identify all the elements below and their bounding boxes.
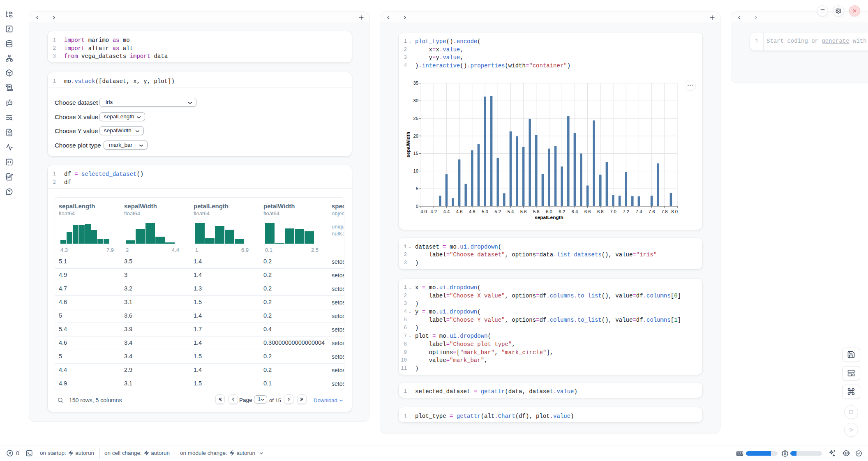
svg-text:sepalWidth: sepalWidth xyxy=(405,132,411,158)
svg-text:4.8: 4.8 xyxy=(469,209,476,214)
svg-text:5: 5 xyxy=(416,186,418,191)
svg-text:5.4: 5.4 xyxy=(508,209,514,214)
svg-text:7.8: 7.8 xyxy=(661,209,668,214)
svg-text:35: 35 xyxy=(413,81,418,85)
svg-text:0: 0 xyxy=(416,204,418,209)
svg-text:25: 25 xyxy=(413,116,418,121)
svg-text:4.2: 4.2 xyxy=(430,209,437,214)
svg-text:7.4: 7.4 xyxy=(636,209,642,214)
svg-text:5.6: 5.6 xyxy=(520,209,527,214)
svg-text:4.0: 4.0 xyxy=(420,209,427,214)
svg-text:4.6: 4.6 xyxy=(456,209,463,214)
svg-text:10: 10 xyxy=(413,168,418,173)
svg-text:6.8: 6.8 xyxy=(597,209,604,214)
svg-text:7.0: 7.0 xyxy=(610,209,616,214)
svg-text:15: 15 xyxy=(413,151,418,156)
svg-text:6.0: 6.0 xyxy=(546,209,552,214)
svg-text:6.2: 6.2 xyxy=(559,209,565,214)
svg-text:7.6: 7.6 xyxy=(649,209,655,214)
svg-text:5.0: 5.0 xyxy=(482,209,488,214)
svg-text:20: 20 xyxy=(413,134,418,138)
svg-text:8.0: 8.0 xyxy=(671,209,678,214)
svg-text:30: 30 xyxy=(413,98,418,103)
svg-text:sepalLength: sepalLength xyxy=(535,214,563,220)
svg-text:6.6: 6.6 xyxy=(584,209,591,214)
svg-text:5.8: 5.8 xyxy=(533,209,540,214)
svg-text:7.2: 7.2 xyxy=(623,209,629,214)
svg-text:5.2: 5.2 xyxy=(494,209,501,214)
svg-text:6.4: 6.4 xyxy=(572,209,578,214)
svg-text:4.4: 4.4 xyxy=(443,209,450,214)
